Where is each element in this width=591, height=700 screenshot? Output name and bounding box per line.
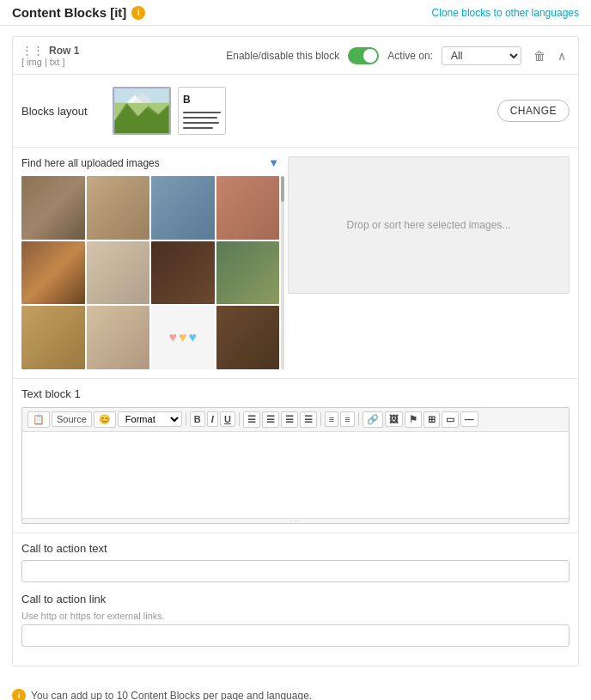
active-on-label: Active on: [387, 50, 433, 62]
footer-notice: i You can add up to 10 Content Blocks pe… [12, 689, 579, 701]
row-sublabel: [ img | txt ] [21, 57, 79, 67]
row-label-group: ⋮⋮ Row 1 [ img | txt ] [21, 44, 79, 67]
resize-dots-icon: ··· [290, 517, 302, 525]
list-item[interactable] [216, 241, 280, 305]
find-images-label: Find here all uploaded images [21, 157, 160, 169]
toolbar-source-button[interactable]: Source [52, 411, 92, 427]
main-content: ⋮⋮ Row 1 [ img | txt ] Enable/disable th… [0, 36, 591, 679]
cta-link-hint: Use http or https for external links. [21, 611, 570, 621]
toolbar-emoji-button[interactable]: 😊 [94, 411, 116, 428]
row-label: Row 1 [49, 45, 79, 57]
toolbar-separator-3 [320, 412, 321, 426]
editor-toolbar: 📋 Source 😊 Format B I U ☰ ☰ ☰ ☰ [22, 408, 569, 432]
content-block-card: ⋮⋮ Row 1 [ img | txt ] Enable/disable th… [12, 36, 579, 667]
list-item[interactable] [151, 241, 215, 305]
list-item[interactable] [216, 176, 280, 240]
list-item[interactable]: ♥ ♥ ♥ [151, 306, 215, 369]
filter-icon[interactable]: ▼ [268, 156, 279, 169]
rich-text-editor: 📋 Source 😊 Format B I U ☰ ☰ ☰ ☰ [21, 407, 570, 524]
footer-info-icon: i [12, 689, 26, 701]
list-item[interactable] [87, 241, 150, 305]
collapse-row-button[interactable]: ∧ [554, 47, 570, 64]
list-item[interactable] [21, 306, 85, 369]
drop-zone-label: Drop or sort here selected images... [347, 219, 511, 231]
header-left: Content Blocks [it] i [12, 5, 145, 20]
toolbar-align-left-button[interactable]: ☰ [243, 411, 260, 428]
images-section: Find here all uploaded images ▼ [13, 148, 578, 379]
toolbar-align-center-button[interactable]: ☰ [262, 411, 279, 428]
toolbar-iframe-button[interactable]: ▭ [442, 411, 459, 428]
list-item[interactable] [151, 176, 215, 240]
images-drop-zone[interactable]: Drop or sort here selected images... [288, 156, 570, 369]
info-icon[interactable]: i [131, 6, 145, 20]
toolbar-link-button[interactable]: 🔗 [363, 411, 383, 428]
layout-preview: B [113, 87, 226, 135]
toolbar-separator-1 [186, 412, 186, 426]
list-item[interactable] [216, 306, 280, 369]
list-item[interactable] [87, 306, 150, 369]
row-header: ⋮⋮ Row 1 [ img | txt ] Enable/disable th… [13, 37, 578, 75]
page-title: Content Blocks [it] [12, 5, 126, 20]
images-grid-wrapper: ♥ ♥ ♥ [21, 176, 279, 369]
list-item[interactable] [87, 176, 150, 240]
cta-section: Call to action text Call to action link … [13, 533, 578, 666]
cta-text-input[interactable] [21, 560, 570, 582]
change-layout-button[interactable]: CHANGE [497, 100, 570, 122]
toolbar-separator-2 [239, 412, 240, 426]
toolbar-format-select[interactable]: Format [118, 411, 182, 427]
delete-row-button[interactable]: 🗑 [530, 47, 549, 64]
toolbar-list-ol-button[interactable]: ≡ [340, 411, 354, 427]
footer-notice-text: You can add up to 10 Content Blocks per … [31, 690, 312, 701]
row-controls: Enable/disable this block Active on: All… [226, 46, 570, 65]
active-on-select[interactable]: All Desktop Mobile [442, 46, 521, 65]
enable-toggle[interactable] [348, 47, 379, 64]
cta-link-input[interactable] [21, 624, 570, 647]
images-header: Find here all uploaded images ▼ [21, 156, 279, 169]
drop-zone[interactable]: Drop or sort here selected images... [288, 156, 570, 294]
drag-handle-icon[interactable]: ⋮⋮ [21, 44, 44, 57]
blocks-layout-label: Blocks layout [21, 105, 99, 118]
toolbar-italic-button[interactable]: I [207, 411, 218, 427]
layout-option-text[interactable]: B [178, 87, 226, 135]
toolbar-table-button[interactable]: ⊞ [423, 411, 440, 428]
images-library: Find here all uploaded images ▼ [21, 156, 279, 369]
row-action-icons: 🗑 ∧ [530, 47, 570, 64]
editor-body[interactable] [22, 432, 569, 518]
toolbar-image-button[interactable]: 🖼 [385, 411, 403, 427]
list-item[interactable] [21, 176, 85, 240]
page-header: Content Blocks [it] i Clone blocks to ot… [0, 0, 591, 26]
toolbar-align-right-button[interactable]: ☰ [281, 411, 298, 428]
toolbar-paste-button[interactable]: 📋 [27, 411, 50, 428]
images-scrollbar-thumb[interactable] [281, 176, 284, 202]
toolbar-align-justify-button[interactable]: ☰ [300, 411, 317, 428]
text-block-section: Text block 1 📋 Source 😊 Format B I U ☰ ☰ [13, 379, 578, 533]
toolbar-list-ul-button[interactable]: ≡ [325, 411, 338, 427]
page-footer: i You can add up to 10 Content Blocks pe… [0, 679, 591, 701]
layout-option-img[interactable] [113, 87, 171, 135]
list-item[interactable] [21, 241, 85, 305]
text-block-label: Text block 1 [21, 387, 570, 400]
editor-resize-handle[interactable]: ··· [22, 518, 569, 523]
toolbar-flag-button[interactable]: ⚑ [405, 411, 422, 428]
blocks-layout-section: Blocks layout B [13, 75, 578, 148]
toolbar-hr-button[interactable]: — [460, 411, 478, 427]
enable-label: Enable/disable this block [226, 50, 339, 62]
toolbar-underline-button[interactable]: U [220, 411, 235, 427]
clone-link[interactable]: Clone blocks to other languages [432, 7, 579, 19]
images-scrollbar[interactable] [281, 176, 284, 369]
images-grid: ♥ ♥ ♥ [21, 176, 279, 369]
cta-link-label: Call to action link [21, 593, 570, 606]
cta-text-label: Call to action text [21, 542, 570, 555]
toolbar-separator-4 [358, 412, 359, 426]
toolbar-bold-button[interactable]: B [190, 411, 205, 427]
